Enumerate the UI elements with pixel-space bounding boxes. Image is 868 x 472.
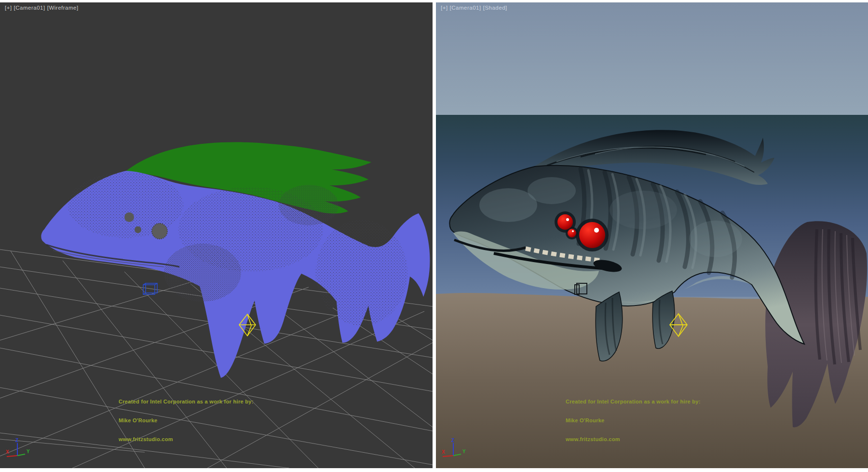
copyright-watermark: Created for Intel Corporation as a work …: [119, 386, 254, 455]
svg-text:Y: Y: [27, 449, 30, 454]
viewport-menu-pov[interactable]: [Camera01]: [14, 5, 45, 11]
fish-eye-red: [568, 229, 576, 237]
viewport-menu-general[interactable]: [+]: [5, 5, 12, 11]
svg-text:Z: Z: [451, 438, 454, 443]
world-axis-icon: X Z Y: [440, 437, 470, 462]
viewport-label-left: [+][Camera01][Wireframe]: [5, 5, 81, 11]
viewport-menu-general[interactable]: [+]: [441, 5, 448, 11]
viewport-menu-shading[interactable]: [Wireframe]: [47, 5, 79, 11]
fish-eye-icon: [135, 226, 141, 233]
sky: [436, 2, 868, 115]
svg-text:Y: Y: [462, 449, 466, 454]
3dsmax-dual-viewport: [+][Camera01][Wireframe]: [0, 0, 868, 472]
viewport-wireframe[interactable]: [+][Camera01][Wireframe]: [0, 2, 433, 468]
viewport-shaded[interactable]: [+][Camera01][Shaded]: [436, 2, 868, 468]
svg-text:X: X: [442, 449, 445, 455]
world-axis-icon: X Z Y: [4, 437, 34, 462]
viewport-menu-shading[interactable]: [Shaded]: [483, 5, 507, 11]
copyright-watermark: Created for Intel Corporation as a work …: [566, 386, 701, 455]
fish-eye-icon: [152, 223, 167, 239]
fish-eye-icon: [124, 212, 134, 222]
svg-text:X: X: [6, 449, 9, 455]
viewport-menu-pov[interactable]: [Camera01]: [450, 5, 481, 11]
fish-eye-red: [557, 214, 573, 230]
fish-eye-red: [579, 222, 605, 248]
viewport-label-right: [+][Camera01][Shaded]: [441, 5, 509, 11]
svg-text:Z: Z: [15, 438, 18, 443]
